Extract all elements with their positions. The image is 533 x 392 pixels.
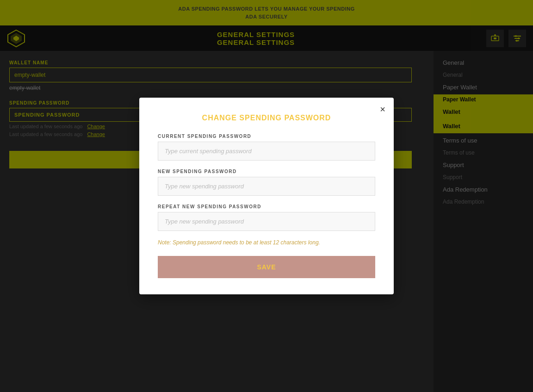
repeat-password-label: REPEAT NEW SPENDING PASSWORD — [158, 204, 375, 209]
current-password-label: CURRENT SPENDING PASSWORD — [158, 134, 375, 139]
change-password-modal: × CHANGE SPENDING PASSWORD CURRENT SPEND… — [139, 98, 394, 294]
modal-overlay: × CHANGE SPENDING PASSWORD CURRENT SPEND… — [0, 0, 533, 392]
repeat-password-input[interactable] — [158, 212, 375, 231]
modal-save-button[interactable]: Save — [158, 256, 375, 278]
current-password-input[interactable] — [158, 142, 375, 161]
new-password-input[interactable] — [158, 177, 375, 196]
new-password-label: NEW SPENDING PASSWORD — [158, 169, 375, 174]
modal-title: CHANGE SPENDING PASSWORD — [158, 114, 375, 122]
modal-close-button[interactable]: × — [380, 105, 385, 114]
modal-note: Note: Spending password needs to be at l… — [158, 239, 375, 246]
